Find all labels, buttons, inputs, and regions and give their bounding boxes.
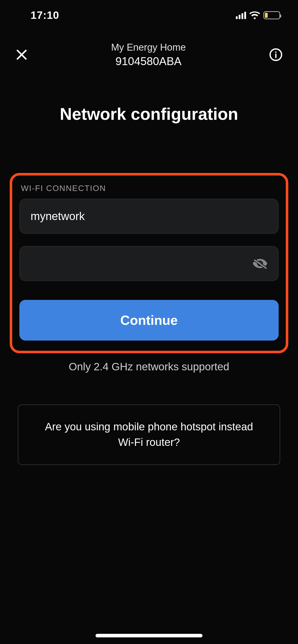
status-indicators: [236, 11, 280, 19]
nav-header: My Energy Home 9104580ABA: [0, 39, 298, 70]
network-support-hint: Only 2.4 GHz networks supported: [0, 361, 298, 373]
hotspot-help-card[interactable]: Are you using mobile phone hotspot inste…: [18, 404, 280, 465]
password-field[interactable]: [19, 246, 279, 281]
status-time: 17:10: [31, 9, 59, 21]
ssid-input[interactable]: [30, 210, 268, 223]
page-title: Network configuration: [0, 104, 298, 124]
close-button[interactable]: [15, 48, 28, 61]
svg-point-3: [275, 51, 276, 53]
password-input[interactable]: [30, 257, 252, 270]
continue-button[interactable]: Continue: [19, 300, 279, 341]
home-indicator[interactable]: [96, 634, 202, 637]
ssid-field[interactable]: [19, 199, 279, 234]
nav-title-line1: My Energy Home: [28, 42, 269, 53]
cellular-signal-icon: [236, 11, 246, 19]
wifi-connection-section: WI-FI CONNECTION Continue: [10, 173, 288, 353]
status-bar: 17:10: [0, 0, 298, 31]
toggle-password-visibility-button[interactable]: [252, 256, 268, 271]
nav-title: My Energy Home 9104580ABA: [28, 42, 269, 68]
battery-icon: [263, 11, 280, 19]
wifi-signal-icon: [250, 11, 260, 19]
wifi-section-label: WI-FI CONNECTION: [21, 184, 279, 193]
nav-title-line2: 9104580ABA: [28, 55, 269, 68]
info-button[interactable]: [269, 48, 283, 62]
